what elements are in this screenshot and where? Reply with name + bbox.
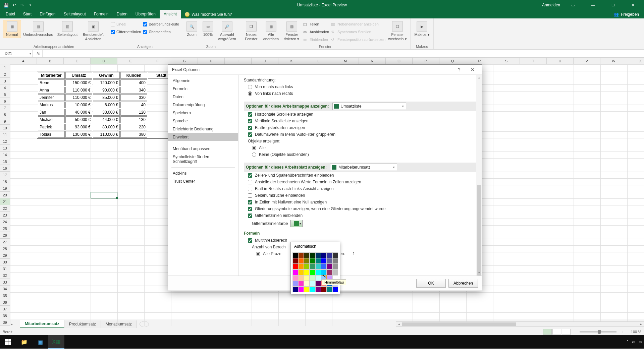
signin-link[interactable]: Anmelden xyxy=(542,3,560,7)
close-icon[interactable]: ✕ xyxy=(626,0,641,10)
fx-icon[interactable]: fx xyxy=(34,51,42,56)
row-header-1[interactable]: 1 xyxy=(0,64,10,71)
tray-battery-icon[interactable]: ▭ xyxy=(639,340,642,344)
view-pagelayout-status[interactable] xyxy=(552,329,561,335)
name-box[interactable]: D21 xyxy=(3,50,33,57)
col-header-F[interactable]: F xyxy=(144,58,171,64)
gridline-color-button[interactable] xyxy=(290,220,303,227)
color-swatch[interactable] xyxy=(332,287,338,292)
view-normal-button[interactable]: ▦Normal xyxy=(3,20,21,38)
row-header-26[interactable]: 26 xyxy=(0,232,10,239)
color-swatch[interactable] xyxy=(310,275,315,281)
radio-rtl[interactable] xyxy=(248,85,252,89)
dialog-nav-item[interactable]: Menüband anpassen xyxy=(168,145,238,153)
color-swatch[interactable] xyxy=(321,258,327,264)
dialog-nav-item[interactable]: Erleichterte Bedienung xyxy=(168,125,238,133)
color-swatch[interactable] xyxy=(298,258,304,264)
view-pagebreak-button[interactable]: ▤Umbruchvorschau xyxy=(23,20,53,37)
row-header-25[interactable]: 25 xyxy=(0,225,10,232)
row-header-30[interactable]: 30 xyxy=(0,259,10,265)
zoom-slider[interactable] xyxy=(580,331,616,333)
tab-start[interactable]: Start xyxy=(19,10,36,18)
switch-windows-button[interactable]: ☐Fenster wechseln ▾ xyxy=(387,20,408,41)
dialog-nav-item[interactable]: Dokumentprüfung xyxy=(168,101,238,109)
chk-sheettabs[interactable] xyxy=(248,126,252,130)
row-header-27[interactable]: 27 xyxy=(0,239,10,245)
split-button[interactable]: ◫Teilen xyxy=(303,20,329,28)
chk-vscroll[interactable] xyxy=(248,119,252,123)
chk-multithread[interactable] xyxy=(248,238,252,243)
dialog-nav-item[interactable]: Sprache xyxy=(168,117,238,125)
tab-datei[interactable]: Datei xyxy=(2,10,19,18)
row-header-2[interactable]: 2 xyxy=(0,71,10,78)
column-headers[interactable]: ABCDEFGHIJKLMNOPQRSTUVWX xyxy=(10,58,644,64)
col-header-U[interactable]: U xyxy=(547,58,574,64)
excel-taskbar-button[interactable]: X▦ xyxy=(48,335,64,349)
color-swatch[interactable] xyxy=(298,281,304,287)
col-header-N[interactable]: N xyxy=(359,58,386,64)
minimize-icon[interactable]: — xyxy=(585,0,600,10)
dialog-nav-item[interactable]: Trust Center xyxy=(168,177,238,185)
row-header-8[interactable]: 8 xyxy=(0,111,10,118)
color-swatch[interactable] xyxy=(298,287,304,292)
row-header-11[interactable]: 11 xyxy=(0,131,10,138)
color-swatch[interactable] xyxy=(315,264,321,269)
col-header-W[interactable]: W xyxy=(600,58,627,64)
col-header-I[interactable]: I xyxy=(225,58,252,64)
chk-rowcol-headers[interactable] xyxy=(248,173,252,178)
color-swatch[interactable] xyxy=(321,287,327,292)
dialog-scroll-thumb[interactable] xyxy=(477,185,481,276)
color-swatch[interactable] xyxy=(310,269,315,275)
chk-show-formulas[interactable] xyxy=(248,180,252,184)
zoom-100-button[interactable]: ▭100% xyxy=(201,20,215,37)
row-header-33[interactable]: 33 xyxy=(0,279,10,286)
horizontal-scrollbar[interactable] xyxy=(396,321,644,327)
row-header-19[interactable]: 19 xyxy=(0,185,10,192)
color-swatch[interactable] xyxy=(304,281,310,287)
color-swatch[interactable] xyxy=(304,287,310,292)
radio-obj-all[interactable] xyxy=(252,146,256,150)
dialog-scrollbar[interactable]: ▴ ▾ xyxy=(476,75,482,276)
col-header-P[interactable]: P xyxy=(413,58,439,64)
radio-obj-none[interactable] xyxy=(252,153,256,157)
zoom-selection-button[interactable]: 🔎Auswahl vergrößern xyxy=(217,20,237,41)
col-header-Q[interactable]: Q xyxy=(439,58,466,64)
undo-icon[interactable]: ↶ xyxy=(11,2,17,8)
col-header-J[interactable]: J xyxy=(252,58,278,64)
chk-autofilter-group[interactable] xyxy=(248,132,252,137)
col-header-B[interactable]: B xyxy=(37,58,64,64)
maximize-icon[interactable]: ☐ xyxy=(605,0,621,10)
formula-input[interactable] xyxy=(42,50,644,57)
tab-ueberpruefen[interactable]: Überprüfen xyxy=(131,10,160,18)
chk-zero-values[interactable] xyxy=(248,200,252,204)
color-swatch[interactable] xyxy=(298,252,304,258)
col-header-X[interactable]: X xyxy=(627,58,644,64)
col-header-R[interactable]: R xyxy=(466,58,493,64)
tray-up-icon[interactable]: ˄ xyxy=(627,340,629,344)
color-swatch[interactable] xyxy=(298,269,304,275)
dialog-close-button[interactable]: ✕ xyxy=(466,65,479,74)
new-window-button[interactable]: ❐Neues Fenster xyxy=(243,20,260,41)
workbook-select[interactable]: Umsatzliste xyxy=(332,103,406,110)
color-swatch[interactable] xyxy=(332,269,338,275)
row-headers[interactable]: 1234567891011121314151617181920212223242… xyxy=(0,64,10,326)
row-header-17[interactable]: 17 xyxy=(0,172,10,178)
chk-bearbeitungsleiste[interactable]: Bearbeitungsleiste xyxy=(143,20,179,28)
tray-lang-icon[interactable]: ▭ xyxy=(632,340,635,344)
tell-me[interactable]: Was möchten Sie tun? xyxy=(181,10,236,18)
row-header-38[interactable]: 38 xyxy=(0,312,10,319)
radio-ltr[interactable] xyxy=(248,92,252,96)
worksheet-select[interactable]: Mitarbeiterumsatz xyxy=(330,164,397,171)
color-swatch[interactable] xyxy=(310,287,315,292)
color-swatch[interactable] xyxy=(321,264,327,269)
row-header-5[interactable]: 5 xyxy=(0,91,10,98)
view-normal-status[interactable] xyxy=(543,329,552,335)
color-swatch[interactable] xyxy=(310,252,315,258)
row-header-7[interactable]: 7 xyxy=(0,105,10,111)
color-swatch[interactable] xyxy=(298,264,304,269)
color-swatch[interactable] xyxy=(304,264,310,269)
radio-all-processors[interactable] xyxy=(256,252,260,256)
tab-daten[interactable]: Daten xyxy=(113,10,131,18)
explorer-button[interactable]: 📁 xyxy=(16,335,32,349)
color-swatch[interactable] xyxy=(321,269,327,275)
